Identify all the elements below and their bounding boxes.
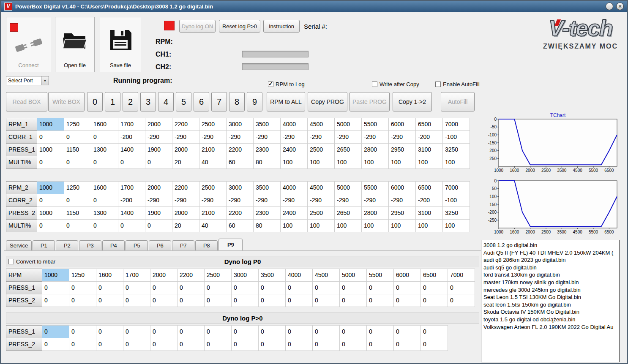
grid-cell[interactable]: 7000 — [448, 269, 475, 282]
grid-cell[interactable]: 0 — [91, 130, 118, 144]
grid-cell[interactable]: -290 — [388, 194, 416, 207]
tab-p5[interactable]: P5 — [126, 240, 148, 250]
grid-cell[interactable]: 100 — [361, 219, 389, 232]
grid-cell[interactable]: -290 — [172, 194, 199, 207]
grid-cell[interactable]: 0 — [37, 156, 64, 169]
grid-cell[interactable]: 2400 — [280, 143, 308, 156]
digit-button-3[interactable]: 3 — [140, 92, 156, 111]
grid-cell[interactable]: 1000 — [37, 118, 64, 131]
convert-to-mbar-checkbox[interactable]: Convert to mbar — [8, 258, 55, 265]
tab-p2[interactable]: P2 — [56, 240, 78, 250]
grid-cell[interactable]: 0 — [285, 281, 313, 294]
grid-cell[interactable]: 100 — [388, 156, 416, 169]
grid-cell[interactable]: 0 — [231, 325, 259, 338]
grid-cell[interactable]: 0 — [312, 338, 340, 351]
grid-cell[interactable]: 7000 — [442, 118, 470, 131]
write-after-copy-checkbox[interactable]: Write after Copy — [372, 81, 419, 87]
grid-cell[interactable]: 0 — [96, 325, 123, 338]
grid-cell[interactable]: 0 — [420, 325, 448, 338]
grid-cell[interactable]: 0 — [366, 338, 394, 351]
grid-cell[interactable]: 100 — [415, 156, 443, 169]
write-box-button[interactable]: Write BOX — [48, 92, 85, 111]
grid-cell[interactable]: 0 — [393, 294, 421, 307]
grid-cell[interactable]: 5000 — [334, 118, 362, 131]
grid-cell[interactable]: 2500 — [307, 206, 335, 220]
grid-cell[interactable]: 0 — [231, 338, 259, 351]
grid-cell[interactable]: 3250 — [442, 206, 470, 220]
grid-cell[interactable]: 1400 — [118, 206, 145, 220]
grid-cell[interactable]: -200 — [118, 194, 145, 207]
grid-cell[interactable]: 60 — [226, 219, 254, 232]
grid-cell[interactable]: -290 — [199, 194, 227, 207]
grid-cell[interactable]: 0 — [177, 281, 205, 294]
grid-cell[interactable]: -290 — [253, 130, 281, 144]
grid-cell[interactable]: 3500 — [253, 118, 281, 131]
grid-cell[interactable]: 2500 — [307, 143, 335, 156]
grid-cell[interactable]: 6500 — [415, 118, 443, 131]
grid-cell[interactable]: 2000 — [145, 118, 172, 131]
grid-cell[interactable]: 3100 — [415, 206, 443, 220]
digit-button-0[interactable]: 0 — [87, 92, 103, 111]
grid-cell[interactable]: 100 — [280, 219, 308, 232]
grid-cell[interactable]: 7000 — [442, 181, 470, 194]
grid-cell[interactable]: -290 — [172, 130, 199, 144]
grid-cell[interactable]: 0 — [123, 281, 150, 294]
grid-cell[interactable]: 40 — [199, 219, 227, 232]
grid-cell[interactable]: 0 — [150, 338, 177, 351]
grid-cell[interactable]: 3100 — [415, 143, 443, 156]
grid-cell[interactable]: 0 — [64, 219, 91, 232]
grid-cell[interactable]: 100 — [307, 156, 335, 169]
grid-cell[interactable]: 0 — [64, 130, 91, 144]
grid-cell[interactable]: 0 — [339, 325, 367, 338]
grid-cell[interactable]: 1250 — [64, 181, 91, 194]
digit-button-9[interactable]: 9 — [247, 92, 262, 111]
grid-cell[interactable]: 0 — [258, 294, 286, 307]
enable-autofill-checkbox[interactable]: Enable AutoFill — [435, 81, 480, 87]
grid-cell[interactable]: 1600 — [96, 269, 123, 282]
grid-cell[interactable]: 1300 — [91, 143, 118, 156]
grid-cell[interactable]: 3250 — [442, 143, 470, 156]
grid-cell[interactable]: 0 — [150, 294, 177, 307]
file-list-item[interactable]: master 170km nowy silnik go digital.bin — [483, 279, 617, 286]
grid-cell[interactable]: 60 — [226, 156, 254, 169]
grid-cell[interactable]: 0 — [118, 156, 145, 169]
open-file-button[interactable]: Open file — [55, 17, 95, 72]
grid-cell[interactable]: 2200 — [177, 269, 205, 282]
grid-cell[interactable]: 1700 — [118, 118, 145, 131]
grid-cell[interactable]: 0 — [91, 219, 118, 232]
grid-cell[interactable]: -200 — [415, 194, 443, 207]
grid-cell[interactable]: 0 — [123, 294, 150, 307]
grid-cell[interactable]: 4000 — [280, 181, 308, 194]
grid-cell[interactable]: 0 — [285, 294, 313, 307]
grid-cell[interactable]: 5500 — [361, 181, 389, 194]
tab-p7[interactable]: P7 — [172, 240, 194, 250]
file-list-item[interactable]: seat leon 1.5tsi 150km go digital.bin — [483, 301, 617, 309]
select-port-dropdown[interactable]: Select Port ▼ — [6, 76, 49, 85]
grid-cell[interactable]: 0 — [420, 294, 448, 307]
grid-cell[interactable]: 1000 — [37, 206, 64, 220]
grid-cell[interactable]: 0 — [177, 338, 205, 351]
grid-cell[interactable]: 2500 — [204, 269, 232, 282]
grid-cell[interactable]: 0 — [366, 281, 394, 294]
grid-cell[interactable]: 1250 — [64, 118, 91, 131]
grid-cell[interactable]: 100 — [307, 219, 335, 232]
grid-cell[interactable]: -290 — [280, 194, 308, 207]
grid-cell[interactable]: 0 — [37, 130, 64, 144]
grid-cell[interactable]: 2800 — [361, 143, 389, 156]
rpm-to-log-checkbox[interactable]: RPM to Log — [268, 81, 305, 87]
grid-cell[interactable]: 0 — [96, 338, 123, 351]
grid-cell[interactable]: 0 — [96, 294, 123, 307]
grid-cell[interactable]: -290 — [199, 130, 227, 144]
grid-cell[interactable]: 0 — [145, 156, 172, 169]
grid-cell[interactable]: 3000 — [231, 269, 259, 282]
grid-cell[interactable]: 5000 — [334, 181, 362, 194]
grid-cell[interactable]: -290 — [226, 194, 254, 207]
grid-cell[interactable]: 80 — [253, 156, 281, 169]
grid-cell[interactable]: 2200 — [172, 118, 199, 131]
grid-cell[interactable]: 100 — [361, 156, 389, 169]
grid-cell[interactable]: -100 — [442, 194, 470, 207]
file-list-item[interactable]: Audi Q5 II (FY FL) 40 TDI MHEV 2.0 150kW… — [483, 249, 617, 257]
grid-cell[interactable]: 3500 — [258, 269, 286, 282]
grid-cell[interactable]: -290 — [307, 194, 335, 207]
grid-cell[interactable]: -200 — [415, 130, 443, 144]
